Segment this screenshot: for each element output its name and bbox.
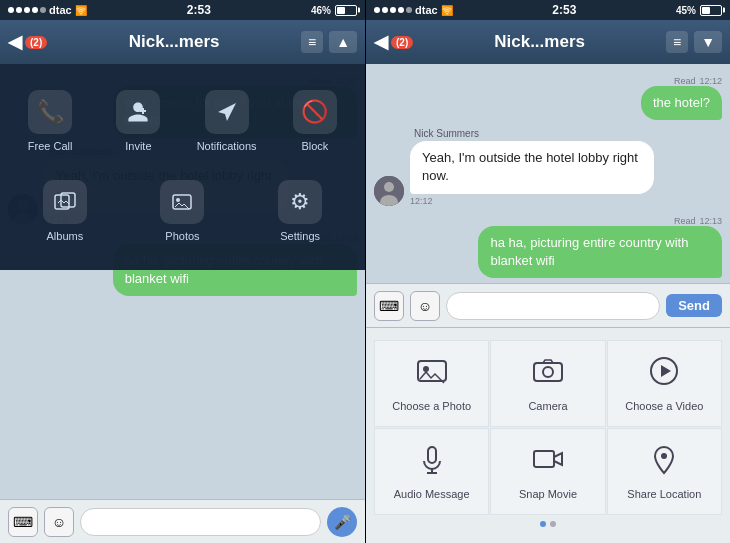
keyboard-button-right[interactable]: ⌨ bbox=[374, 291, 404, 321]
audio-message-label: Audio Message bbox=[394, 488, 470, 500]
badge-left: (2) bbox=[25, 36, 47, 49]
carrier-left: dtac bbox=[49, 4, 72, 16]
back-arrow-left: ◀ bbox=[8, 31, 22, 53]
messages-area-right: Read 12:12 the hotel? Nick Summers Yeah,… bbox=[366, 64, 730, 283]
battery-fill-right bbox=[702, 7, 710, 14]
attach-grid: Choose a Photo Camera bbox=[374, 340, 722, 515]
photos-label: Photos bbox=[165, 230, 199, 242]
right-panel: dtac 🛜 2:53 45% ◀ (2) Nick...mers ≡ ▼ Re… bbox=[365, 0, 730, 543]
avatar bbox=[374, 176, 404, 206]
attach-item-snap-movie[interactable]: Snap Movie bbox=[490, 428, 605, 515]
menu-item-settings[interactable]: ⚙ Settings bbox=[243, 170, 357, 252]
status-bar-right: dtac 🛜 2:53 45% bbox=[366, 0, 730, 20]
camera-icon bbox=[532, 355, 564, 394]
collapse-button-right[interactable]: ▼ bbox=[694, 31, 722, 53]
choose-video-label: Choose a Video bbox=[625, 400, 703, 412]
settings-label: Settings bbox=[280, 230, 320, 242]
svg-rect-19 bbox=[534, 451, 554, 467]
battery-icon-left bbox=[335, 5, 357, 16]
notifications-label: Notifications bbox=[197, 140, 257, 152]
menu-button-left[interactable]: ≡ bbox=[301, 31, 323, 53]
back-button-left[interactable]: ◀ (2) bbox=[8, 31, 47, 53]
chat-header-right: ◀ (2) Nick...mers ≡ ▼ bbox=[366, 20, 730, 64]
emoji-button-right[interactable]: ☺ bbox=[410, 291, 440, 321]
mic-icon: 🎤 bbox=[334, 514, 351, 530]
snap-movie-icon bbox=[532, 443, 564, 482]
share-location-label: Share Location bbox=[627, 488, 701, 500]
carrier-right: dtac bbox=[415, 4, 438, 16]
choose-video-icon bbox=[648, 355, 680, 394]
message-input-left[interactable] bbox=[80, 508, 321, 536]
snap-movie-label: Snap Movie bbox=[519, 488, 577, 500]
msg-content: Nick Summers Yeah, I'm outside the hotel… bbox=[410, 128, 654, 205]
chat-header-left: ◀ (2) Nick...mers ≡ ▲ bbox=[0, 20, 365, 64]
msg-meta: Read 12:13 bbox=[478, 216, 722, 226]
albums-icon bbox=[43, 180, 87, 224]
menu-overlay: 📞 Free Call Invite Notificat bbox=[0, 64, 365, 270]
dot-2 bbox=[550, 521, 556, 527]
msg-row: Read 12:13 ha ha, picturing entire count… bbox=[374, 214, 722, 278]
bubble-received: Yeah, I'm outside the hotel lobby right … bbox=[410, 141, 654, 193]
battery-pct-left: 46% bbox=[311, 5, 331, 16]
attach-item-choose-photo[interactable]: Choose a Photo bbox=[374, 340, 489, 427]
attach-item-audio-message[interactable]: Audio Message bbox=[374, 428, 489, 515]
page-dots bbox=[374, 515, 722, 531]
collapse-button-left[interactable]: ▲ bbox=[329, 31, 357, 53]
msg-meta: 12:12 bbox=[410, 196, 654, 206]
msg-row: Nick Summers Yeah, I'm outside the hotel… bbox=[374, 128, 722, 205]
photos-icon bbox=[160, 180, 204, 224]
time-left: 2:53 bbox=[187, 3, 211, 17]
status-right-right: 45% bbox=[676, 5, 722, 16]
menu-item-block[interactable]: 🚫 Block bbox=[273, 80, 357, 162]
share-location-icon bbox=[648, 443, 680, 482]
status-right-left: 46% bbox=[311, 5, 357, 16]
dot-1 bbox=[540, 521, 546, 527]
svg-point-13 bbox=[543, 367, 553, 377]
menu-item-free-call[interactable]: 📞 Free Call bbox=[8, 80, 92, 162]
settings-icon: ⚙ bbox=[278, 180, 322, 224]
attach-panel: Choose a Photo Camera bbox=[366, 327, 730, 543]
menu-item-photos[interactable]: Photos bbox=[126, 170, 240, 252]
emoji-button-left[interactable]: ☺ bbox=[44, 507, 74, 537]
menu-grid-row2: Albums Photos ⚙ Settings bbox=[0, 170, 365, 260]
camera-label: Camera bbox=[528, 400, 567, 412]
menu-grid-row1: 📞 Free Call Invite Notificat bbox=[0, 80, 365, 170]
send-button[interactable]: Send bbox=[666, 294, 722, 317]
back-arrow-right: ◀ bbox=[374, 31, 388, 53]
block-icon: 🚫 bbox=[293, 90, 337, 134]
free-call-icon: 📞 bbox=[28, 90, 72, 134]
keyboard-button-left[interactable]: ⌨ bbox=[8, 507, 38, 537]
menu-item-invite[interactable]: Invite bbox=[96, 80, 180, 162]
msg-meta: Read 12:12 bbox=[641, 76, 722, 86]
attach-item-share-location[interactable]: Share Location bbox=[607, 428, 722, 515]
back-button-right[interactable]: ◀ (2) bbox=[374, 31, 413, 53]
status-bar-left: dtac 🛜 2:53 46% bbox=[0, 0, 365, 20]
battery-fill-left bbox=[337, 7, 345, 14]
signal-dots bbox=[8, 7, 46, 13]
notifications-icon bbox=[205, 90, 249, 134]
msg-content: Read 12:13 ha ha, picturing entire count… bbox=[478, 214, 722, 278]
choose-photo-icon bbox=[416, 355, 448, 394]
message-input-right[interactable] bbox=[446, 292, 660, 320]
keyboard-icon: ⌨ bbox=[13, 514, 33, 530]
invite-icon bbox=[116, 90, 160, 134]
sender-name: Nick Summers bbox=[410, 128, 654, 139]
albums-label: Albums bbox=[46, 230, 83, 242]
time-right: 2:53 bbox=[552, 3, 576, 17]
svg-marker-15 bbox=[661, 365, 671, 377]
keyboard-icon-right: ⌨ bbox=[379, 298, 399, 314]
chat-title-right: Nick...mers bbox=[419, 32, 660, 52]
menu-button-right[interactable]: ≡ bbox=[666, 31, 688, 53]
menu-item-albums[interactable]: Albums bbox=[8, 170, 122, 252]
battery-icon-right bbox=[700, 5, 722, 16]
menu-item-notifications[interactable]: Notifications bbox=[185, 80, 269, 162]
attach-item-camera[interactable]: Camera bbox=[490, 340, 605, 427]
audio-message-icon bbox=[416, 443, 448, 482]
invite-label: Invite bbox=[125, 140, 151, 152]
free-call-label: Free Call bbox=[28, 140, 73, 152]
svg-rect-12 bbox=[534, 363, 562, 381]
attach-item-choose-video[interactable]: Choose a Video bbox=[607, 340, 722, 427]
bubble-sent: the hotel? bbox=[641, 86, 722, 120]
battery-pct-right: 45% bbox=[676, 5, 696, 16]
mic-button-left[interactable]: 🎤 bbox=[327, 507, 357, 537]
